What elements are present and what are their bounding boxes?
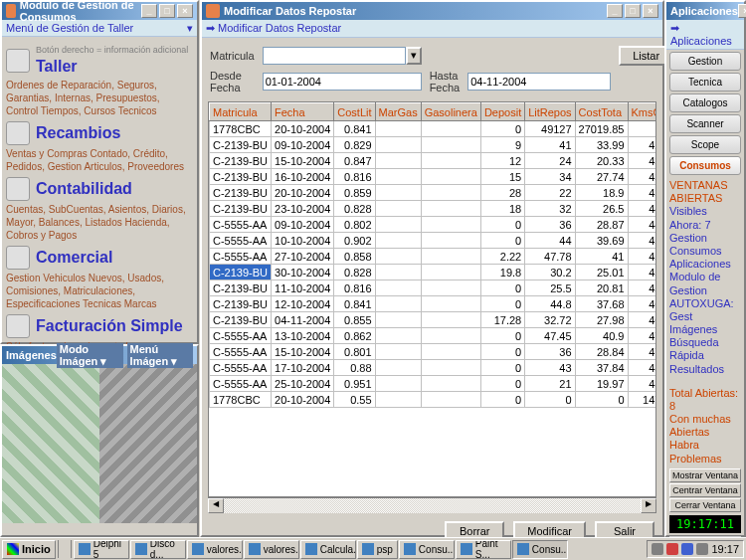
table-row[interactable]: C-5555-AA17-10-20040.8804337.844847 (210, 360, 657, 376)
table-cell[interactable]: 0.855 (334, 312, 375, 328)
table-cell[interactable]: 4582 (628, 280, 656, 296)
table-cell[interactable] (375, 328, 421, 344)
table-cell[interactable]: 27-10-2004 (272, 249, 334, 265)
table-cell[interactable] (421, 121, 480, 137)
table-cell[interactable]: 0.847 (334, 153, 375, 169)
table-cell[interactable]: 0 (480, 121, 524, 137)
img-mode-menu[interactable]: Modo Imágen ▾ (57, 343, 123, 368)
table-cell[interactable]: 19.97 (575, 376, 628, 392)
start-button[interactable]: Inicio (2, 540, 56, 559)
table-cell[interactable]: C-2139-BU (210, 185, 272, 201)
table-cell[interactable]: 11-10-2004 (272, 280, 334, 296)
table-cell[interactable]: 0.902 (334, 233, 375, 249)
table-cell[interactable]: 47.78 (525, 249, 575, 265)
taskbar-item[interactable]: Calcula... (300, 540, 356, 559)
table-row[interactable]: C-5555-AA13-10-20040.862047.4540.94702 (210, 328, 657, 344)
table-cell[interactable]: 0.951 (334, 376, 375, 392)
horizontal-scrollbar[interactable]: ◀ ▶ (208, 497, 656, 513)
minimize-button[interactable]: _ (141, 4, 157, 18)
maximize-button[interactable]: □ (625, 4, 641, 18)
table-cell[interactable] (375, 392, 421, 408)
table-cell[interactable]: 24 (525, 153, 575, 169)
table-row[interactable]: C-2139-BU30-10-20040.82819.830.225.01457… (210, 265, 657, 280)
table-row[interactable]: C-5555-AA10-10-20040.90204439.694502 (210, 233, 657, 249)
table-cell[interactable]: 20-10-2004 (272, 392, 334, 408)
image-diagram[interactable] (2, 364, 197, 523)
table-cell[interactable]: 49127 (525, 121, 575, 137)
table-row[interactable]: C-2139-BU23-10-20040.828183226.54442 (210, 201, 657, 217)
table-cell[interactable]: C-2139-BU (210, 312, 272, 328)
table-cell[interactable]: C-2139-BU (210, 265, 272, 280)
table-cell[interactable]: 47.45 (525, 328, 575, 344)
table-cell[interactable]: 25.5 (525, 280, 575, 296)
table-cell[interactable]: 32 (525, 201, 575, 217)
table-row[interactable]: C-2139-BU15-10-20040.847122420.334308 (210, 153, 657, 169)
table-cell[interactable] (421, 360, 480, 376)
taskbar-item[interactable]: Disco d... (130, 540, 186, 559)
window-action-button[interactable]: Cerrar Ventana (669, 498, 741, 512)
table-cell[interactable]: 28 (480, 185, 524, 201)
table-cell[interactable]: 9 (480, 137, 524, 153)
open-window-item[interactable]: Resultados (669, 363, 741, 376)
table-cell[interactable]: 41 (525, 137, 575, 153)
table-cell[interactable] (421, 249, 480, 265)
table-cell[interactable]: 1778CBC (210, 392, 272, 408)
table-cell[interactable]: 37.84 (575, 360, 628, 376)
table-cell[interactable]: 0.55 (334, 392, 375, 408)
column-header[interactable]: MarGas (375, 103, 421, 121)
matricula-input[interactable] (263, 47, 406, 65)
app-tab-scope[interactable]: Scope (669, 135, 741, 154)
table-cell[interactable]: 28.84 (575, 344, 628, 360)
table-cell[interactable]: 20-10-2004 (272, 121, 334, 137)
table-cell[interactable]: 15-10-2004 (272, 153, 334, 169)
table-cell[interactable]: 4338 (628, 169, 656, 185)
table-cell[interactable]: 4572 (628, 265, 656, 280)
table-cell[interactable]: 32.72 (525, 312, 575, 328)
table-row[interactable]: 1778CBC20-10-20040.5500014739 (210, 392, 657, 408)
taskbar-item[interactable]: valores... (244, 540, 299, 559)
table-cell[interactable] (375, 360, 421, 376)
table-cell[interactable] (375, 169, 421, 185)
table-cell[interactable]: 4518 (628, 249, 656, 265)
table-cell[interactable]: 20.81 (575, 280, 628, 296)
table-cell[interactable]: 0 (480, 392, 524, 408)
table-cell[interactable]: 23-10-2004 (272, 201, 334, 217)
table-cell[interactable] (421, 169, 480, 185)
table-cell[interactable] (375, 121, 421, 137)
table-cell[interactable]: 0.816 (334, 169, 375, 185)
table-cell[interactable]: 13-10-2004 (272, 328, 334, 344)
table-cell[interactable]: 28.87 (575, 217, 628, 233)
column-header[interactable]: Fecha (272, 103, 334, 121)
table-cell[interactable]: 4897 (628, 376, 656, 392)
table-cell[interactable]: 0.801 (334, 344, 375, 360)
table-cell[interactable] (375, 217, 421, 233)
table-cell[interactable]: 41 (575, 249, 628, 265)
table-row[interactable]: C-2139-BU11-10-20040.816025.520.814582 (210, 280, 657, 296)
table-cell[interactable]: 33.99 (575, 137, 628, 153)
table-cell[interactable]: 37.68 (575, 296, 628, 312)
center-menubar[interactable]: ➡ Modificar Datos Repostar (202, 20, 662, 38)
table-cell[interactable]: 4234 (628, 137, 656, 153)
table-row[interactable]: C-5555-AA27-10-20040.8582.2247.78414518 (210, 249, 657, 265)
hasta-input[interactable] (467, 73, 611, 91)
table-cell[interactable]: 19.8 (480, 265, 524, 280)
table-cell[interactable]: 04-11-2004 (272, 312, 334, 328)
table-cell[interactable]: 0.816 (334, 280, 375, 296)
open-window-item[interactable]: Gestion Consumos (669, 232, 741, 258)
table-cell[interactable]: 4442 (628, 201, 656, 217)
table-cell[interactable]: C-2139-BU (210, 153, 272, 169)
table-cell[interactable]: C-5555-AA (210, 344, 272, 360)
scroll-right-button[interactable]: ▶ (641, 498, 656, 513)
table-cell[interactable]: 14739 (628, 392, 656, 408)
open-window-item[interactable]: Búsqueda Rápida (669, 336, 741, 362)
section-header[interactable]: Comercial (6, 246, 193, 270)
table-cell[interactable]: 4502 (628, 233, 656, 249)
table-row[interactable]: C-5555-AA25-10-20040.95102119.974897 (210, 376, 657, 392)
table-cell[interactable] (375, 137, 421, 153)
app-tab-scanner[interactable]: Scanner (669, 114, 741, 133)
table-cell[interactable]: 30-10-2004 (272, 265, 334, 280)
table-cell[interactable] (421, 153, 480, 169)
table-cell[interactable]: 0 (480, 360, 524, 376)
table-cell[interactable]: 10-10-2004 (272, 233, 334, 249)
table-cell[interactable]: 25-10-2004 (272, 376, 334, 392)
